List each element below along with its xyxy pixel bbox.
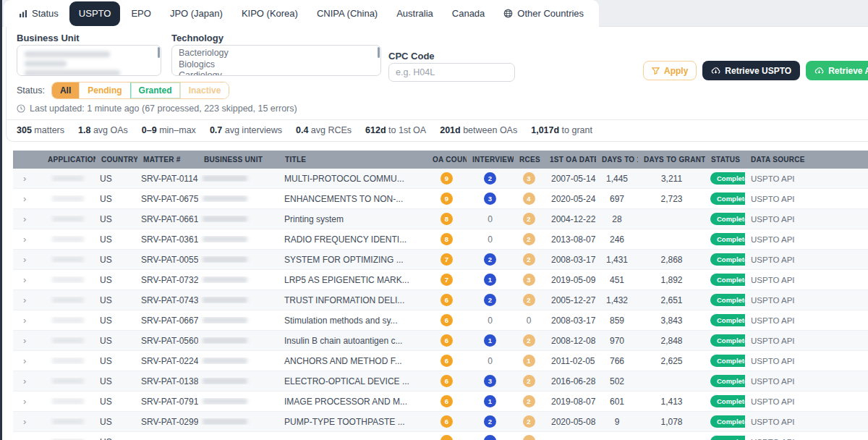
business-unit-cell (198, 276, 279, 283)
status-option-pending[interactable]: Pending (79, 82, 129, 98)
status-option-inactive[interactable]: Inactive (180, 82, 229, 98)
country-cell: US (95, 356, 137, 366)
tab-jpo-japan-[interactable]: JPO (Japan) (161, 0, 232, 27)
table-row[interactable]: ›USSRV-PAT-01144MULTI-PROTOCOL COMMU...9… (13, 169, 868, 189)
oa-count-badge: 6 (441, 415, 453, 428)
stats-bar: 305 matters1.8 avg OAs0–9 min–max0.7 avg… (17, 125, 592, 135)
redacted-application-number (52, 195, 84, 202)
retrieve-all-button[interactable]: Retrieve All (806, 61, 868, 80)
expand-row-button[interactable]: › (13, 254, 42, 265)
tab-kipo-korea-[interactable]: KIPO (Korea) (232, 0, 307, 27)
stat-value: 305 (17, 125, 32, 135)
redacted-business-unit (203, 398, 247, 405)
table-row[interactable]: ›USSRV-PAT-07437TRUST INFORMATION DELI..… (13, 290, 868, 310)
interviews-cell (467, 435, 514, 440)
rces-cell: 2 (514, 213, 544, 225)
table-row[interactable]: ›USSRV-PAT-05605Insulin B chain autoanti… (13, 331, 868, 351)
technology-option[interactable]: Cardiology (172, 70, 380, 76)
status-option-granted[interactable]: Granted (130, 82, 180, 98)
tab-uspto[interactable]: USPTO (69, 1, 121, 26)
days-to-first-oa-cell: 246 (596, 234, 638, 245)
expand-row-button[interactable]: › (13, 193, 42, 204)
tab-strip: StatusUSPTOEPOJPO (Japan)KIPO (Korea)CNI… (2, 0, 868, 27)
expand-row-button[interactable]: › (13, 396, 42, 407)
oa-count-cell: 9 (427, 192, 467, 205)
table-row[interactable]: ›USSRV-PAT-06755ENHANCEMENTS TO NON-...9… (13, 189, 868, 209)
days-to-first-oa-cell: 502 (596, 376, 638, 386)
technology-option[interactable]: Biologics (172, 59, 380, 71)
expand-row-button[interactable]: › (13, 335, 42, 346)
stat-label: avg RCEs (308, 125, 352, 135)
expand-row-button[interactable]: › (13, 355, 42, 366)
cpc-code-input[interactable] (388, 63, 515, 82)
table-row[interactable]: ›USSRV-PAT-02240ANCHORS AND METHOD F...6… (13, 351, 868, 371)
expand-row-button[interactable]: › (13, 213, 42, 224)
scrollbar-thumb[interactable] (378, 47, 380, 58)
table-row[interactable]: ›USSRV-PAT-00551SYSTEM FOR OPTIMIZING ..… (13, 250, 868, 270)
status-option-all[interactable]: All (52, 82, 79, 98)
business-unit-listbox[interactable] (17, 45, 161, 76)
tab-canada[interactable]: Canada (443, 0, 495, 27)
matter-number-cell: SRV-PAT-06755 (137, 194, 198, 204)
expand-row-button[interactable]: › (13, 274, 42, 285)
business-unit-cell (198, 256, 279, 263)
data-source-cell: USPTO API (745, 316, 868, 325)
interviews-badge: 3 (484, 192, 496, 205)
expand-row-button[interactable]: › (13, 376, 42, 386)
expand-row-button[interactable]: › (13, 295, 42, 305)
cpc-code-label: CPC Code (388, 51, 435, 62)
days-to-first-oa-cell: 1,445 (596, 174, 638, 184)
days-to-grant-cell: 2,651 (638, 295, 705, 305)
country-cell: US (95, 255, 137, 265)
technology-listbox[interactable]: BacteriologyBiologicsCardiologyCell Ther… (171, 45, 381, 76)
days-to-first-oa-cell: 28 (596, 214, 638, 224)
tab-status[interactable]: Status (9, 0, 68, 27)
tab-other-countries[interactable]: Other Countries (494, 0, 593, 27)
tab-cnipa-china-[interactable]: CNIPA (China) (307, 0, 387, 27)
table-header: APPLICATION #COUNTRYMATTER #BUSINESS UNI… (13, 151, 868, 169)
application-number-cell (42, 175, 95, 182)
retrieve-uspto-button[interactable]: Retrieve USPTO (702, 61, 800, 80)
scrollbar-thumb[interactable] (158, 47, 160, 58)
table-row[interactable]: ›USCompleteUSPTO API (13, 432, 868, 440)
tab-label: USPTO (79, 8, 111, 19)
country-cell: US (95, 437, 137, 440)
table-row[interactable]: ›USSRV-PAT-06616Printing system8022004-1… (13, 209, 868, 229)
cloud-download-icon (814, 67, 824, 75)
table-row[interactable]: ›USSRV-PAT-06672Stimulation methods and … (13, 310, 868, 331)
technology-option[interactable]: Bacteriology (172, 48, 380, 59)
stat-item: 0.7 avg interviews (210, 125, 282, 135)
column-header-interviews: INTERVIEWS (467, 156, 514, 164)
tab-australia[interactable]: Australia (387, 0, 443, 27)
matter-number-cell: SRV-PAT-07915 (137, 397, 198, 407)
business-unit-cell (198, 236, 279, 242)
expand-row-button[interactable]: › (13, 436, 42, 440)
country-cell: US (95, 275, 137, 285)
expand-row-button[interactable]: › (13, 416, 42, 427)
expand-row-button[interactable]: › (13, 315, 42, 326)
expand-row-button[interactable]: › (13, 173, 42, 184)
apply-button[interactable]: Apply (643, 61, 697, 80)
rces-cell: 2 (514, 253, 544, 266)
application-number-cell (42, 378, 95, 384)
column-header-business-unit: BUSINESS UNIT (198, 156, 279, 164)
redacted-application-number (52, 337, 84, 344)
data-source-cell: USPTO API (745, 215, 868, 224)
expand-row-button[interactable]: › (13, 234, 42, 245)
table-row[interactable]: ›USSRV-PAT-07328LRP5 AS EPIGENETIC MARK.… (13, 270, 868, 290)
table-row[interactable]: ›USSRV-PAT-07915IMAGE PROCESSOR AND M...… (13, 392, 868, 412)
status-cell: Complete (705, 355, 745, 367)
table-row[interactable]: ›USSRV-PAT-02990PUMP-TYPE TOOTHPASTE ...… (13, 412, 868, 432)
data-source-cell: USPTO API (745, 174, 868, 183)
table-row[interactable]: ›USSRV-PAT-03612RADIO FREQUENCY IDENTI..… (13, 229, 868, 250)
interviews-cell: 3 (467, 192, 514, 205)
panel-divider (7, 119, 868, 120)
rces-badge: 1 (523, 355, 535, 367)
first-oa-date-cell: 2019-08-07 (544, 397, 596, 407)
oa-count-cell: 6 (427, 355, 467, 367)
tab-epo[interactable]: EPO (122, 0, 160, 27)
redacted-option (25, 61, 67, 67)
tab-label: Canada (452, 8, 485, 19)
title-cell: Stimulation methods and sy... (279, 316, 427, 326)
table-row[interactable]: ›USSRV-PAT-01381ELECTRO-OPTICAL DEVICE .… (13, 371, 868, 392)
